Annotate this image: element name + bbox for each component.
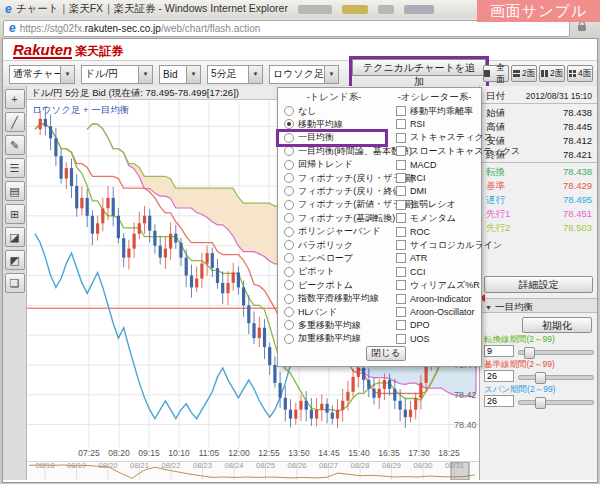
oscillator-option-16[interactable]: DPO xyxy=(391,319,477,331)
checkbox-icon[interactable] xyxy=(396,200,406,210)
trend-option-3[interactable]: 一目均衡(時間論、基本数値) xyxy=(279,145,385,157)
eraser-tool-button[interactable]: ◪ xyxy=(5,227,25,247)
trend-option-11[interactable]: エンベロープ xyxy=(279,252,385,264)
view-split-v-button[interactable]: 2面 xyxy=(539,65,565,82)
checkbox-icon[interactable] xyxy=(396,307,406,317)
period-input[interactable] xyxy=(484,370,514,382)
radio-icon[interactable] xyxy=(284,320,294,330)
oscillator-option-5[interactable]: RCI xyxy=(391,172,477,184)
radio-icon[interactable] xyxy=(284,119,294,129)
trend-option-1[interactable]: 移動平均線 xyxy=(279,118,385,130)
close-menu-button[interactable]: 閉じる xyxy=(366,346,406,361)
radio-icon[interactable] xyxy=(284,307,294,317)
chevron-down-icon[interactable]: ▼ xyxy=(60,66,74,83)
address-bar[interactable]: e https://stg02fx.rakuten-sec.co.jp/web/… xyxy=(3,20,570,37)
checkbox-icon[interactable] xyxy=(396,227,406,237)
trend-option-0[interactable]: なし xyxy=(279,105,385,117)
checkbox-icon[interactable] xyxy=(396,160,406,170)
trend-option-2[interactable]: 一目均衡 xyxy=(279,132,385,144)
radio-icon[interactable] xyxy=(284,160,294,170)
trend-option-17[interactable]: 加重移動平均線 xyxy=(279,333,385,345)
eraser-all-tool-button[interactable]: ◩ xyxy=(5,250,25,270)
radio-icon[interactable] xyxy=(284,267,294,277)
chevron-down-icon[interactable]: ▼ xyxy=(186,66,200,83)
oscillator-option-7[interactable]: 強弱レシオ xyxy=(391,199,477,211)
currency-pair-dropdown[interactable]: ドル/円▼ xyxy=(81,65,153,84)
oscillator-option-17[interactable]: UOS xyxy=(391,333,477,345)
radio-icon[interactable] xyxy=(284,280,294,290)
checkbox-icon[interactable] xyxy=(396,240,406,250)
checkbox-icon[interactable] xyxy=(396,294,406,304)
trend-option-14[interactable]: 指数平滑移動平均線 xyxy=(279,293,385,305)
trend-option-12[interactable]: ピボット xyxy=(279,266,385,278)
trend-option-5[interactable]: フィボナッチ(戻り・ザラ場) xyxy=(279,172,385,184)
slider-handle[interactable] xyxy=(535,397,546,409)
oscillator-option-2[interactable]: ストキャスティクス xyxy=(391,132,477,144)
chart-style-dropdown[interactable]: ロウソク足▼ xyxy=(269,65,339,84)
chart-mode-dropdown[interactable]: 通常チャート▼ xyxy=(9,65,75,84)
filled-lines-tool-button[interactable]: ▤ xyxy=(5,181,25,201)
radio-icon[interactable] xyxy=(284,106,294,116)
reset-button[interactable]: 初期化 xyxy=(522,317,592,333)
bid-ask-dropdown[interactable]: Bid▼ xyxy=(159,65,201,84)
radio-icon[interactable] xyxy=(284,133,294,143)
radio-icon[interactable] xyxy=(284,173,294,183)
oscillator-option-1[interactable]: RSI xyxy=(391,118,477,130)
checkbox-icon[interactable] xyxy=(396,280,406,290)
trendline-tool-button[interactable]: ╱ xyxy=(5,112,25,132)
checkbox-icon[interactable] xyxy=(396,320,406,330)
trend-option-16[interactable]: 多重移動平均線 xyxy=(279,319,385,331)
trend-option-8[interactable]: フィボナッチ(基調転換) xyxy=(279,212,385,224)
checkbox-icon[interactable] xyxy=(396,119,406,129)
radio-icon[interactable] xyxy=(284,253,294,263)
pencil-tool-button[interactable]: ✎ xyxy=(5,135,25,155)
oscillator-option-10[interactable]: サイコロジカルライン xyxy=(391,239,477,251)
oscillator-option-13[interactable]: ウィリアムズ%R xyxy=(391,279,477,291)
oscillator-option-9[interactable]: ROC xyxy=(391,226,477,238)
trend-option-6[interactable]: フィボナッチ(戻り・終値) xyxy=(279,185,385,197)
period-input[interactable] xyxy=(484,345,514,357)
view-quad-button[interactable]: 4面 xyxy=(567,65,593,82)
checkbox-icon[interactable] xyxy=(396,213,406,223)
view-split-h-button[interactable]: 2面 xyxy=(511,65,537,82)
oscillator-option-12[interactable]: CCI xyxy=(391,266,477,278)
trend-option-15[interactable]: HLバンド xyxy=(279,306,385,318)
checkbox-icon[interactable] xyxy=(396,173,406,183)
interval-dropdown[interactable]: 5分足▼ xyxy=(207,65,263,84)
oscillator-option-6[interactable]: DMI xyxy=(391,185,477,197)
detail-settings-button[interactable]: 詳細設定 xyxy=(484,276,593,293)
copy-tool-button[interactable]: ❏ xyxy=(5,273,25,293)
oscillator-option-3[interactable]: スローストキャスティクス xyxy=(391,145,477,157)
checkbox-icon[interactable] xyxy=(396,253,406,263)
slider-track[interactable] xyxy=(518,400,594,405)
lines-tool-button[interactable]: ☰ xyxy=(5,158,25,178)
oscillator-option-8[interactable]: モメンタム xyxy=(391,212,477,224)
view-full-button[interactable]: 全面 xyxy=(483,65,509,82)
period-input[interactable] xyxy=(484,395,514,407)
checkbox-icon[interactable] xyxy=(396,334,406,344)
slider-track[interactable] xyxy=(518,350,594,355)
trend-option-13[interactable]: ピークボトム xyxy=(279,279,385,291)
oscillator-option-0[interactable]: 移動平均乖離率 xyxy=(391,105,477,117)
radio-icon[interactable] xyxy=(284,146,294,156)
add-technical-chart-button[interactable]: テクニカルチャートを追加 xyxy=(352,59,486,76)
ichimoku-section-header[interactable]: ▼一目均衡 xyxy=(480,298,597,313)
radio-icon[interactable] xyxy=(284,227,294,237)
icons-tool-button[interactable]: ⊞ xyxy=(5,204,25,224)
chevron-down-icon[interactable]: ▼ xyxy=(324,66,338,83)
chevron-down-icon[interactable]: ▼ xyxy=(248,66,262,83)
trend-option-9[interactable]: ボリンジャーバンド xyxy=(279,226,385,238)
chevron-down-icon[interactable]: ▼ xyxy=(138,66,152,83)
radio-icon[interactable] xyxy=(284,200,294,210)
radio-icon[interactable] xyxy=(284,240,294,250)
slider-handle[interactable] xyxy=(524,347,535,359)
radio-icon[interactable] xyxy=(284,213,294,223)
trend-option-10[interactable]: パラボリック xyxy=(279,239,385,251)
slider-handle[interactable] xyxy=(535,372,546,384)
checkbox-icon[interactable] xyxy=(396,186,406,196)
crosshair-tool-button[interactable]: + xyxy=(5,89,25,109)
radio-icon[interactable] xyxy=(284,186,294,196)
slider-track[interactable] xyxy=(518,375,594,380)
oscillator-option-11[interactable]: ATR xyxy=(391,252,477,264)
oscillator-option-4[interactable]: MACD xyxy=(391,159,477,171)
